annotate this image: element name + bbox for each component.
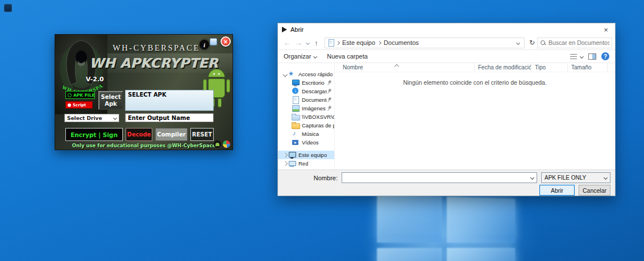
android-arm	[226, 79, 230, 93]
radio-circle-icon	[68, 93, 72, 97]
dialog-app-icon	[282, 27, 287, 32]
preview-pane-icon[interactable]	[588, 53, 596, 60]
encrypt-sign-button[interactable]: Encrypt | Sign	[65, 128, 123, 141]
column-header[interactable]: Tamaño	[568, 63, 608, 72]
drive-select-dropdown[interactable]: Select Drive	[64, 114, 119, 122]
expander-chevron-icon[interactable]	[282, 72, 288, 77]
minimize-icon[interactable]	[210, 38, 217, 45]
sidebar-item[interactable]: Descargas	[278, 87, 334, 96]
filename-input[interactable]	[342, 175, 527, 181]
open-button[interactable]: Abrir	[539, 185, 575, 196]
radio-script[interactable]: Script	[65, 101, 93, 109]
sidebar-item[interactable]: Acceso rápido	[278, 70, 334, 78]
search-input[interactable]	[549, 39, 609, 46]
sidebar-item[interactable]: Red	[278, 159, 334, 168]
address-bar[interactable]: Este equipo Documentos	[325, 38, 525, 48]
info-icon[interactable]: i	[200, 40, 209, 49]
new-folder-label: Nueva carpeta	[327, 53, 368, 60]
view-mode-button[interactable]	[570, 53, 583, 60]
select-apk-button[interactable]: Select Apk	[98, 91, 123, 110]
close-icon[interactable]: ×	[597, 23, 615, 36]
reset-button[interactable]: RESET	[190, 128, 214, 141]
column-header-label: Tipo	[535, 64, 546, 71]
breadcrumb-separator-icon	[377, 42, 382, 44]
android-leg	[218, 98, 222, 107]
chevron-down-icon	[113, 116, 117, 120]
windows-logo-pane	[447, 247, 515, 261]
sidebar-item-icon	[288, 160, 296, 167]
new-folder-button[interactable]: Nueva carpeta	[327, 53, 368, 60]
filename-dropdown-icon[interactable]	[527, 173, 537, 183]
command-bar: Organizar Nueva carpeta ?	[278, 50, 615, 63]
close-icon[interactable]: ×	[221, 36, 231, 47]
navigation-pane: Acceso rápido Escritorio Descargas Docum…	[278, 63, 335, 169]
column-header[interactable]: Fecha de modificación	[475, 63, 531, 72]
dialog-titlebar[interactable]: Abrir ×	[278, 23, 615, 36]
android-badge-icon	[214, 140, 221, 148]
sidebar-item[interactable]: Documentos	[278, 96, 334, 104]
filetype-dropdown[interactable]: APK FILE ONLY	[541, 172, 610, 183]
sidebar-item-icon	[292, 130, 300, 138]
sidebar-item-icon	[292, 105, 300, 112]
address-dropdown-icon[interactable]	[514, 42, 522, 44]
history-dropdown-icon[interactable]	[305, 42, 310, 44]
help-icon[interactable]: ?	[601, 52, 609, 60]
sidebar-item[interactable]: Capturas de pantall	[278, 121, 334, 130]
sidebar-item[interactable]: \\VBOXSVR\Compa	[278, 113, 334, 121]
search-box[interactable]	[537, 38, 612, 48]
decode-button[interactable]: Decode	[126, 128, 152, 141]
organize-menu[interactable]: Organizar	[284, 53, 317, 60]
column-header[interactable]: Nombre	[339, 63, 475, 72]
location-icon	[327, 39, 334, 46]
pin-icon	[326, 79, 333, 86]
up-button[interactable]: ↑	[310, 37, 322, 49]
sidebar-item-icon	[292, 113, 300, 121]
filetype-value: APK FILE ONLY	[545, 175, 601, 181]
windows-logo-pane	[377, 248, 442, 261]
sidebar-item-label: Este equipo	[298, 152, 327, 158]
breadcrumb-separator-icon	[335, 42, 340, 44]
apk-path-field[interactable]: SELECT APK	[125, 90, 214, 111]
cancel-button[interactable]: Cancelar	[579, 185, 610, 196]
back-button[interactable]: ←	[281, 37, 293, 49]
open-file-dialog: Abrir × ← → ↑ Este equipo Documentos ↻ O…	[277, 23, 616, 196]
sidebar-item-icon	[292, 88, 300, 95]
sidebar-item-label: Capturas de pantall	[302, 122, 334, 129]
filetype-dropdown-icon	[601, 173, 610, 183]
file-list: Nombre Fecha de modificación Tipo Tamaño…	[335, 63, 615, 169]
search-icon	[540, 40, 546, 46]
sidebar-item-label: \\VBOXSVR\Compa	[302, 114, 334, 120]
sidebar-item[interactable]: Música	[278, 130, 334, 138]
radio-apk-file[interactable]: APK FILE	[65, 91, 95, 99]
filename-label: Nombre:	[282, 175, 342, 181]
output-name-field[interactable]: Enter Output Name	[125, 113, 214, 122]
windows-logo-pane	[447, 197, 515, 243]
filename-combobox[interactable]	[342, 172, 537, 183]
sidebar-item-label: Vídeos	[302, 139, 319, 146]
sidebar-item-icon	[292, 139, 300, 146]
brand-badge-icon	[223, 140, 230, 148]
breadcrumb-documents[interactable]: Documentos	[382, 39, 421, 46]
pin-icon	[326, 105, 333, 111]
expander-chevron-icon[interactable]	[282, 161, 288, 167]
forward-button[interactable]: →	[293, 37, 305, 49]
sidebar-item[interactable]: Vídeos	[278, 138, 334, 147]
sidebar-item-label: Imágenes	[302, 105, 326, 111]
desktop-shortcut-icon[interactable]	[4, 4, 12, 12]
sidebar-item[interactable]: Este equipo	[278, 151, 334, 159]
sidebar-item[interactable]: Escritorio	[278, 78, 334, 87]
disclaimer-text: Only use for educational purposes @WH-Cy…	[55, 143, 232, 148]
chevron-down-icon	[580, 54, 584, 58]
compiler-button[interactable]: Compiler	[155, 128, 188, 141]
sidebar-item[interactable]: Imágenes	[278, 104, 334, 113]
version-label: V-2.0	[86, 76, 104, 83]
sidebar-item-icon	[288, 71, 296, 78]
refresh-button[interactable]: ↻	[527, 39, 537, 47]
expander-chevron-icon[interactable]	[282, 152, 288, 158]
column-header[interactable]: Tipo	[531, 63, 568, 72]
sidebar-item-label: Documentos	[302, 97, 327, 103]
sidebar-item-label: Red	[298, 160, 308, 167]
column-header-label: Tamaño	[571, 64, 592, 71]
apk-window-title: WH-CYBERSPACE	[107, 43, 205, 53]
breadcrumb-this-pc[interactable]: Este equipo	[340, 39, 377, 46]
